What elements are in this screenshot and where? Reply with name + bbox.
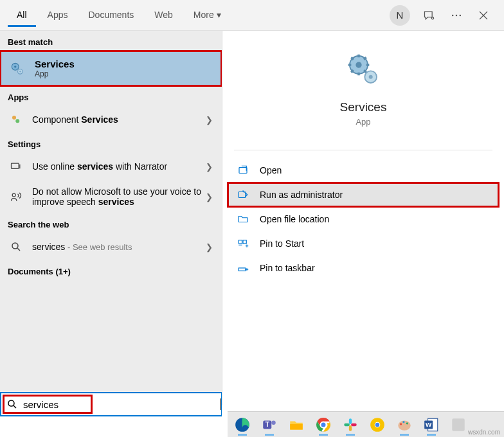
- result-component-services[interactable]: Component Services ❯: [0, 106, 222, 133]
- folder-icon: [237, 213, 249, 226]
- detail-panel: Services App Open Run as administrator O…: [222, 31, 504, 405]
- divider: [234, 150, 492, 150]
- taskbar-paint[interactable]: [393, 414, 415, 436]
- chevron-right-icon: ❯: [206, 115, 213, 125]
- result-speech-services[interactable]: Do not allow Microsoft to use your voice…: [0, 180, 222, 213]
- chevron-down-icon: ▾: [217, 10, 221, 20]
- svg-rect-33: [344, 423, 350, 425]
- svg-rect-34: [349, 425, 352, 431]
- svg-point-1: [452, 14, 454, 16]
- svg-rect-20: [243, 240, 246, 244]
- section-documents: Documents (1+): [0, 260, 222, 280]
- svg-point-2: [456, 14, 458, 16]
- action-open[interactable]: Open: [228, 158, 499, 183]
- svg-rect-19: [239, 240, 242, 244]
- action-open-location[interactable]: Open file location: [228, 207, 499, 231]
- open-icon: [237, 164, 249, 177]
- svg-point-14: [356, 62, 361, 67]
- taskbar-edge[interactable]: [231, 414, 253, 436]
- result-narrator-services[interactable]: Use online services with Narrator ❯: [0, 153, 222, 180]
- svg-point-22: [8, 400, 14, 406]
- tab-more[interactable]: More ▾: [184, 3, 230, 27]
- svg-text:W: W: [426, 421, 432, 428]
- section-search-web: Search the web: [0, 213, 222, 233]
- results-panel: Best match Services App Apps Component S…: [0, 31, 222, 405]
- taskbar-chrome[interactable]: [312, 414, 334, 436]
- tab-documents[interactable]: Documents: [79, 3, 143, 27]
- svg-point-16: [369, 75, 373, 79]
- user-avatar[interactable]: N: [390, 5, 410, 26]
- taskbar-slack[interactable]: [339, 414, 361, 436]
- pin-start-icon: [237, 237, 249, 250]
- text-caret: [220, 398, 221, 410]
- section-settings: Settings: [0, 133, 222, 153]
- chevron-right-icon: ❯: [206, 242, 213, 252]
- svg-point-0: [431, 17, 433, 19]
- more-options-icon[interactable]: [449, 8, 464, 23]
- svg-rect-21: [239, 268, 246, 271]
- tab-all[interactable]: All: [8, 3, 36, 27]
- svg-rect-35: [351, 423, 357, 425]
- best-match-title: Services: [35, 58, 75, 69]
- feedback-icon[interactable]: [422, 8, 437, 23]
- svg-point-26: [271, 420, 276, 425]
- chevron-right-icon: ❯: [206, 162, 213, 172]
- action-pin-taskbar[interactable]: Pin to taskbar: [228, 256, 499, 280]
- taskbar-word[interactable]: W: [420, 414, 442, 436]
- taskbar: T W: [228, 411, 504, 437]
- result-web-services[interactable]: services - See web results ❯: [0, 233, 222, 260]
- svg-point-38: [375, 422, 380, 427]
- svg-rect-46: [452, 418, 465, 431]
- action-pin-start[interactable]: Pin to Start: [228, 231, 499, 256]
- search-icon: [1, 398, 23, 410]
- svg-point-8: [12, 116, 16, 120]
- taskbar-chrome-canary[interactable]: [366, 414, 388, 436]
- svg-rect-27: [290, 424, 303, 429]
- top-tabs-bar: All Apps Documents Web More ▾ N: [0, 0, 504, 31]
- svg-rect-32: [349, 418, 352, 424]
- svg-point-11: [12, 193, 15, 197]
- svg-text:T: T: [265, 420, 269, 428]
- watermark: wsxdn.com: [468, 429, 500, 436]
- section-apps: Apps: [0, 86, 222, 106]
- top-right-controls: N: [390, 5, 496, 26]
- svg-rect-10: [12, 163, 19, 168]
- narrator-icon: [9, 159, 23, 174]
- admin-icon: [237, 188, 249, 201]
- search-bar[interactable]: [0, 392, 222, 416]
- services-large-icon: [344, 50, 382, 89]
- svg-point-5: [14, 66, 16, 67]
- gears-icon: [9, 60, 26, 77]
- svg-point-7: [19, 71, 21, 72]
- taskbar-app[interactable]: [447, 414, 469, 436]
- svg-point-9: [15, 119, 19, 123]
- detail-title: Services: [222, 100, 504, 114]
- search-scope-tabs: All Apps Documents Web More ▾: [8, 3, 390, 27]
- svg-rect-18: [239, 192, 246, 198]
- svg-point-12: [12, 243, 18, 249]
- chevron-right-icon: ❯: [206, 192, 213, 202]
- speech-icon: [9, 190, 23, 204]
- svg-point-40: [400, 423, 402, 425]
- search-input[interactable]: [23, 393, 221, 415]
- section-best-match: Best match: [0, 31, 222, 51]
- search-icon: [9, 240, 23, 254]
- svg-rect-17: [239, 168, 247, 174]
- tab-web[interactable]: Web: [145, 3, 182, 27]
- detail-subtitle: App: [222, 117, 504, 127]
- best-match-subtitle: App: [35, 69, 75, 78]
- pin-taskbar-icon: [237, 262, 249, 274]
- component-services-icon: [9, 112, 23, 127]
- close-icon[interactable]: [476, 8, 491, 23]
- svg-point-41: [402, 421, 404, 423]
- best-match-services[interactable]: Services App: [0, 51, 222, 86]
- svg-point-3: [460, 14, 462, 16]
- action-run-as-admin[interactable]: Run as administrator: [228, 183, 499, 207]
- tab-apps[interactable]: Apps: [39, 3, 77, 27]
- svg-point-42: [406, 422, 408, 424]
- taskbar-teams[interactable]: T: [258, 414, 280, 436]
- taskbar-explorer[interactable]: [285, 414, 307, 436]
